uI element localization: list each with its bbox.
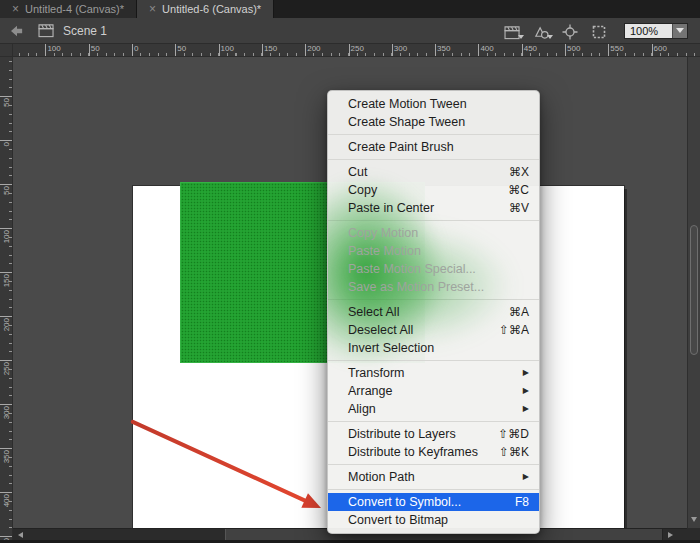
ruler-major-tick: [0, 448, 13, 449]
menu-item[interactable]: Copy⌘C: [328, 181, 539, 199]
menu-item: Save as Motion Preset...: [328, 278, 539, 296]
ruler-label: 50: [177, 45, 186, 53]
menu-item-shortcut: ⇧⌘A: [499, 321, 529, 339]
ruler-label: 0: [2, 142, 11, 162]
back-button[interactable]: [6, 22, 28, 40]
zoom-dropdown-button[interactable]: [672, 24, 687, 38]
menu-item-label: Distribute to Layers: [348, 425, 456, 443]
menu-item-shortcut: ⌘X: [509, 163, 529, 181]
ruler-label: 400: [2, 494, 11, 514]
menu-item[interactable]: Convert to Bitmap: [328, 511, 539, 529]
ruler-label: 300: [2, 406, 11, 426]
document-tab[interactable]: ×Untitled-4 (Canvas)*: [0, 0, 137, 18]
scroll-left-arrow-icon[interactable]: [18, 532, 23, 538]
edit-symbols-button[interactable]: [529, 22, 553, 40]
tab-close-icon[interactable]: ×: [12, 3, 19, 15]
menu-item[interactable]: Paste in Center⌘V: [328, 199, 539, 217]
ruler-label: 50: [2, 98, 11, 118]
menu-item[interactable]: Arrange▶: [328, 382, 539, 400]
v-scrollbar-thumb[interactable]: [690, 225, 698, 355]
center-frame-icon: [562, 24, 578, 40]
menu-item-label: Convert to Symbol...: [348, 493, 461, 511]
ruler-corner: [0, 44, 13, 57]
edit-scene-button[interactable]: [500, 22, 524, 40]
ruler-major-tick: [0, 360, 13, 361]
ruler-major-tick: [132, 44, 133, 57]
ruler-major-tick: [262, 44, 263, 57]
document-tab[interactable]: ×Untitled-6 (Canvas)*: [137, 0, 274, 18]
center-frame-button[interactable]: [558, 22, 582, 40]
submenu-arrow-icon: ▶: [523, 364, 529, 382]
menu-item[interactable]: Select All⌘A: [328, 303, 539, 321]
scene-breadcrumb-label: Scene 1: [63, 24, 107, 38]
menu-item-shortcut: ⇧⌘K: [499, 443, 529, 461]
menu-item-shortcut: ⇧⌘D: [498, 425, 529, 443]
ruler-major-tick: [0, 404, 13, 405]
submenu-arrow-icon: ▶: [523, 468, 529, 486]
menu-item-shortcut: ⌘A: [509, 303, 529, 321]
ruler-label: 400: [480, 45, 493, 53]
scene-clapperboard-icon: [38, 24, 55, 38]
menu-item[interactable]: Create Motion Tween: [328, 95, 539, 113]
ruler-major-tick: [0, 184, 13, 185]
ruler-label: 350: [2, 450, 11, 470]
caret-down-icon: [547, 35, 553, 39]
menu-item-label: Invert Selection: [348, 339, 434, 357]
ruler-major-tick: [0, 228, 13, 229]
edit-bar: Scene 1 100%: [0, 18, 700, 44]
menu-item[interactable]: Convert to Symbol...F8: [328, 493, 539, 511]
ruler-major-tick: [652, 44, 653, 57]
menu-item-shortcut: ⌘C: [508, 181, 529, 199]
menu-item-label: Transform: [348, 364, 405, 382]
menu-item-shortcut: ⌘V: [509, 199, 529, 217]
ruler-major-tick: [0, 316, 13, 317]
ruler-label: 100: [2, 230, 11, 250]
caret-down-icon: [518, 35, 524, 39]
v-scrollbar[interactable]: [687, 57, 700, 528]
menu-separator: [328, 489, 539, 490]
submenu-arrow-icon: ▶: [523, 382, 529, 400]
menu-item-label: Distribute to Keyframes: [348, 443, 478, 461]
ruler-label: 200: [2, 318, 11, 338]
ruler-major-tick: [522, 44, 523, 57]
scroll-down-arrow-icon[interactable]: [691, 517, 697, 522]
menu-item[interactable]: Distribute to Layers⇧⌘D: [328, 425, 539, 443]
menu-item[interactable]: Cut⌘X: [328, 163, 539, 181]
menu-item[interactable]: Create Paint Brush: [328, 138, 539, 156]
menu-item[interactable]: Transform▶: [328, 364, 539, 382]
ruler-major-tick: [0, 536, 13, 537]
ruler-label: 100: [221, 45, 234, 53]
tab-close-icon[interactable]: ×: [149, 3, 156, 15]
ruler-label: 550: [610, 45, 623, 53]
ruler-label: 250: [351, 45, 364, 53]
menu-item[interactable]: Create Shape Tween: [328, 113, 539, 131]
menu-separator: [328, 159, 539, 160]
menu-item[interactable]: Deselect All⇧⌘A: [328, 321, 539, 339]
menu-item-label: Motion Path: [348, 468, 415, 486]
ruler-major-tick: [89, 44, 90, 57]
menu-item-label: Arrange: [348, 382, 392, 400]
menu-item-label: Align: [348, 400, 376, 418]
menu-item[interactable]: Invert Selection: [328, 339, 539, 357]
menu-separator: [328, 220, 539, 221]
ruler-major-tick: [608, 44, 609, 57]
zoom-value[interactable]: 100%: [625, 24, 672, 38]
menu-item-label: Create Motion Tween: [348, 95, 467, 113]
menu-item[interactable]: Align▶: [328, 400, 539, 418]
scroll-right-arrow-icon[interactable]: [668, 532, 673, 538]
tab-bar: ×Untitled-4 (Canvas)*×Untitled-6 (Canvas…: [0, 0, 700, 18]
menu-separator: [328, 134, 539, 135]
menu-item-label: Convert to Bitmap: [348, 511, 448, 529]
menu-item-label: Create Paint Brush: [348, 138, 454, 156]
clip-content-button[interactable]: [587, 22, 611, 40]
ruler-label: 50: [2, 186, 11, 206]
menu-item-label: Paste in Center: [348, 199, 434, 217]
menu-separator: [328, 360, 539, 361]
context-menu-items: Create Motion TweenCreate Shape TweenCre…: [328, 95, 539, 529]
ruler-label: 150: [2, 274, 11, 294]
menu-item[interactable]: Distribute to Keyframes⇧⌘K: [328, 443, 539, 461]
zoom-control[interactable]: 100%: [624, 23, 688, 39]
menu-item[interactable]: Motion Path▶: [328, 468, 539, 486]
submenu-arrow-icon: ▶: [523, 400, 529, 418]
ruler-major-tick: [0, 272, 13, 273]
